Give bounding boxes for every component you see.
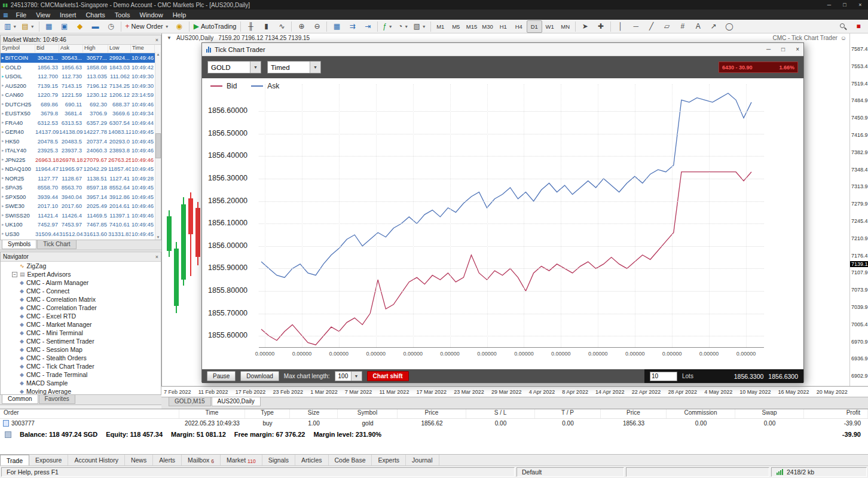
arrows-tool-icon[interactable]: ↗ <box>706 20 722 33</box>
terminal-tab-articles[interactable]: Articles <box>295 455 328 465</box>
mw-col-bid[interactable]: Bid <box>35 45 59 53</box>
shapes-tool-icon[interactable]: ◯ <box>722 20 737 33</box>
market-watch-row[interactable]: ▸CAN601220.791221.591230.121206.1223:14:… <box>1 90 161 100</box>
menu-insert[interactable]: Insert <box>55 11 81 19</box>
indicators-list-icon[interactable]: ƒ▼ <box>380 20 395 33</box>
mw-col-ask[interactable]: Ask <box>59 45 83 53</box>
timeframe-w1-button[interactable]: W1 <box>542 20 558 33</box>
timeframe-m15-button[interactable]: M15 <box>464 20 479 33</box>
strategy-tester-toggle-icon[interactable]: ◷ <box>103 20 119 33</box>
tick-chart-trader-window[interactable]: Tick Chart Trader ─ □ × GOLD ▼ Timed ▼ 6… <box>201 42 804 382</box>
symbol-select[interactable]: GOLD ▼ <box>207 61 261 73</box>
data-window-toggle-icon[interactable]: ▣ <box>57 20 72 33</box>
terminal-tab-account-history[interactable]: Account History <box>68 455 125 465</box>
menu-charts[interactable]: Charts <box>81 11 109 19</box>
market-watch-row[interactable]: ▸SPX5003939.443940.043957.143912.8610:49… <box>1 192 161 202</box>
text-tool-icon[interactable]: A <box>690 20 706 33</box>
trendline-tool-icon[interactable]: ╱ <box>644 20 659 33</box>
scroll-up-icon[interactable]: ▲ <box>157 53 160 56</box>
navigator-item[interactable]: ◆CMC - Tick Chart Trader <box>1 362 161 370</box>
menu-view[interactable]: View <box>31 11 55 19</box>
menu-file[interactable]: File <box>11 11 32 19</box>
terminal-column-size[interactable]: Size <box>290 409 338 418</box>
lots-input[interactable] <box>650 372 677 381</box>
navigator-item[interactable]: ◆CMC - Correlation Trader <box>1 304 161 312</box>
menu-window[interactable]: Window <box>135 11 168 19</box>
status-profile[interactable]: Default <box>516 467 624 477</box>
record-indicator-icon[interactable]: ■ <box>851 20 866 33</box>
market-watch-row[interactable]: ▸AUS2007139.157143.157196.127134.2510:49… <box>1 81 161 91</box>
terminal-column-type[interactable]: Type <box>245 409 290 418</box>
market-watch-row[interactable]: ▸BITCOIN30423...30543...30577...29924...… <box>1 53 161 63</box>
close-button[interactable]: × <box>852 2 868 8</box>
navigator-item[interactable]: ◆CMC - Connect <box>1 287 161 295</box>
chart-shift-button[interactable]: Chart shift <box>367 371 409 381</box>
terminal-column-swap[interactable]: Swap <box>735 409 804 418</box>
navigator-toggle-icon[interactable]: ◆ <box>72 20 88 33</box>
terminal-column-symbol[interactable]: Symbol <box>338 409 398 418</box>
mode-select[interactable]: Timed ▼ <box>267 61 321 73</box>
timeframe-m30-button[interactable]: M30 <box>479 20 495 33</box>
timeframe-d1-button[interactable]: D1 <box>527 20 542 33</box>
timeframe-m5-button[interactable]: M5 <box>448 20 464 33</box>
navigator-item[interactable]: ∿ZigZag <box>1 262 161 270</box>
navigator-item[interactable]: ◆CMC - Mini Terminal <box>1 329 161 337</box>
market-watch-row[interactable]: ▸SWE302017.102017.602025.492014.6110:49:… <box>1 201 161 211</box>
max-chart-length-select[interactable]: 100 ▼ <box>335 371 362 381</box>
chart-line-icon[interactable]: ∿ <box>274 20 289 33</box>
terminal-column-profit[interactable]: Profit <box>804 409 868 418</box>
navigator-item[interactable]: −▤Expert Advisors <box>1 270 161 278</box>
chevron-down-icon[interactable]: ▼ <box>351 372 362 381</box>
market-watch-row[interactable]: ▸GOLD1856.331856.631858.081843.0310:49:4… <box>1 63 161 72</box>
terminal-tab-journal[interactable]: Journal <box>406 455 439 465</box>
tick-window-title-bar[interactable]: Tick Chart Trader ─ □ × <box>202 43 803 56</box>
tab-favorites[interactable]: Favorites <box>39 395 75 404</box>
scroll-down-icon[interactable]: ▼ <box>157 235 160 239</box>
terminal-tab-mailbox[interactable]: Mailbox6 <box>182 455 221 465</box>
market-watch-row[interactable]: ▸UK1007452.977453.977467.857410.6110:49:… <box>1 220 161 229</box>
download-button[interactable]: Download <box>240 371 279 381</box>
terminal-column-price[interactable]: Price <box>601 409 667 418</box>
zoom-out-icon[interactable]: ⊖ <box>309 20 325 33</box>
mw-col-symbol[interactable]: Symbol <box>1 45 35 53</box>
terminal-tab-news[interactable]: News <box>125 455 153 465</box>
tab-common[interactable]: Common <box>2 395 38 404</box>
fibonacci-tool-icon[interactable]: # <box>675 20 690 33</box>
vline-tool-icon[interactable]: │ <box>613 20 628 33</box>
terminal-column-price[interactable]: Price <box>398 409 466 418</box>
tile-windows-icon[interactable]: ▦ <box>329 20 344 33</box>
terminal-column-commission[interactable]: Commission <box>667 409 735 418</box>
navigator-item[interactable]: ◆CMC - Stealth Orders <box>1 354 161 362</box>
new-chart-icon[interactable]: ▥▼ <box>2 20 19 33</box>
terminal-tab-trade[interactable]: Trade <box>0 455 29 465</box>
market-watch-row[interactable]: ▸USOIL112.700112.730113.035111.06210:49:… <box>1 72 161 81</box>
terminal-tab-signals[interactable]: Signals <box>262 455 295 465</box>
pause-button[interactable]: Pause <box>207 371 236 381</box>
tick-chart-plot[interactable]: BidAsk 1856.600001856.500001856.40000185… <box>202 78 803 369</box>
market-watch-row[interactable]: ▸SWISS2011421.411426.411469.511397.110:4… <box>1 211 161 220</box>
terminal-column-sl[interactable]: S / L <box>466 409 535 418</box>
market-watch-row[interactable]: ▸NOR251127.771128.671138.511127.4110:49:… <box>1 174 161 183</box>
market-watch-row[interactable]: ▸HK5020478.520483.520737.420293.010:49:4… <box>1 137 161 146</box>
tab-symbols[interactable]: Symbols <box>2 240 36 249</box>
order-row[interactable]: 30037772022.05.23 10:49:33buy1.00gold185… <box>0 419 868 428</box>
auto-scroll-icon[interactable]: ⇉ <box>344 20 360 33</box>
mw-col-low[interactable]: Low <box>108 45 131 53</box>
market-watch-row[interactable]: ▸DUTCH25689.86690.11692.30688.3710:49:46 <box>1 100 161 109</box>
collapse-icon[interactable]: − <box>12 272 17 277</box>
new-order-button[interactable]: +New Order▼ <box>123 20 172 33</box>
template-list-icon[interactable]: ▧▼ <box>411 20 428 33</box>
crosshair-tool-icon[interactable]: ✚ <box>593 20 609 33</box>
navigator-item[interactable]: ◆CMC - Market Manager <box>1 320 161 329</box>
timeframe-mn-button[interactable]: MN <box>558 20 573 33</box>
chart-bars-icon[interactable]: ╫ <box>243 20 258 33</box>
scroll-thumb[interactable] <box>155 133 161 158</box>
chart-candles-icon[interactable]: ▮ <box>258 20 274 33</box>
maximize-button[interactable]: □ <box>781 46 785 53</box>
sound-alert-icon[interactable]: ◉ <box>172 20 187 33</box>
hline-tool-icon[interactable]: ─ <box>628 20 644 33</box>
market-watch-toggle-icon[interactable]: ▦ <box>41 20 57 33</box>
navigator-item[interactable]: ◆MACD Sample <box>1 379 161 387</box>
navigator-item[interactable]: ◆Moving Average <box>1 387 161 395</box>
timeframe-h4-button[interactable]: H4 <box>511 20 527 33</box>
